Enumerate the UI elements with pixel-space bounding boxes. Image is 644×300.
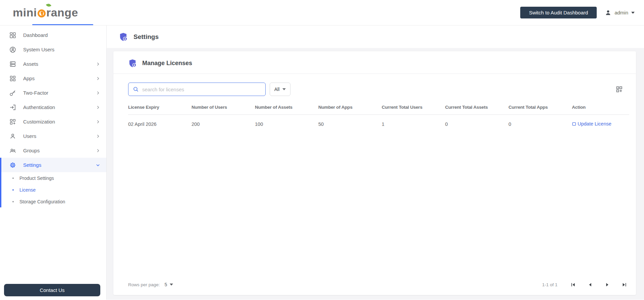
col-current-total-assets: Current Total Assets	[445, 105, 507, 110]
logo-underline	[32, 24, 93, 25]
rows-per-page-label: Rows per page:	[128, 282, 160, 287]
chevron-right-icon	[96, 148, 100, 153]
col-current-total-apps: Current Total Apps	[508, 105, 571, 110]
filter-selected-value: All	[274, 87, 280, 92]
settings-shield-icon	[119, 32, 128, 41]
manage-licenses-shield-icon	[128, 59, 137, 67]
table-header-row: License Expiry Number of Users Number of…	[128, 105, 629, 115]
filter-caret-icon	[282, 88, 286, 90]
logo-text-mini: mini	[13, 6, 37, 19]
filter-dropdown[interactable]: All	[270, 83, 290, 96]
bullet-icon	[12, 189, 14, 191]
sidebar-subitem-license[interactable]: License	[1, 184, 106, 196]
cell-number-of-apps: 50	[318, 121, 380, 127]
sidebar-item-apps[interactable]: Apps	[0, 71, 106, 86]
chevron-right-icon	[96, 76, 100, 81]
main-area: Settings Manage Licenses	[107, 26, 644, 300]
search-input[interactable]	[142, 87, 261, 92]
sidebar: Dashboard System Users Assets Apps	[0, 26, 107, 300]
table-toolbar: All	[128, 83, 629, 96]
sidebar-subitem-storage-configuration[interactable]: Storage Configuration	[1, 196, 106, 207]
user-menu[interactable]: admin	[605, 9, 635, 16]
page-title: Settings	[133, 33, 159, 41]
page-title-band: Settings	[107, 26, 644, 48]
content-area: Manage Licenses All	[107, 48, 644, 300]
table-row: 02 April 2026 200 100 50 1 0 0 Update Li…	[128, 115, 629, 134]
cell-current-total-apps: 0	[508, 121, 571, 127]
chevron-down-icon	[96, 163, 100, 167]
update-license-icon	[572, 122, 576, 126]
customization-icon	[9, 118, 16, 126]
cell-number-of-assets: 100	[255, 121, 317, 127]
chevron-right-icon	[96, 134, 100, 139]
top-bar: mini range Switch to Audit Dashboard adm…	[0, 0, 644, 26]
sidebar-item-users[interactable]: Users	[0, 129, 106, 143]
previous-page-icon	[587, 282, 593, 288]
col-action: Action	[572, 105, 629, 110]
pagination-bar: Rows per page: 5 1-1 of 1	[128, 277, 629, 292]
logo-text-range: range	[46, 6, 78, 19]
manage-licenses-card: Manage Licenses All	[113, 51, 636, 295]
contact-us-button[interactable]: Contact Us	[4, 284, 100, 296]
rows-per-page-caret-icon[interactable]	[170, 284, 173, 286]
sidebar-item-dashboard[interactable]: Dashboard	[0, 28, 106, 42]
groups-icon	[9, 147, 16, 154]
sidebar-item-system-users[interactable]: System Users	[0, 42, 106, 57]
user-avatar-icon	[605, 9, 611, 16]
sidebar-item-customization[interactable]: Customization	[0, 114, 106, 129]
last-page-icon	[622, 282, 627, 288]
sidebar-item-groups[interactable]: Groups	[0, 143, 106, 158]
card-title: Manage Licenses	[142, 60, 192, 67]
cell-current-total-assets: 0	[445, 121, 507, 127]
authentication-login-icon	[9, 104, 16, 111]
bullet-icon	[12, 178, 14, 179]
settings-gear-icon	[9, 161, 16, 169]
username-label: admin	[614, 10, 628, 15]
col-number-of-users: Number of Users	[192, 105, 254, 110]
chevron-right-icon	[96, 105, 100, 110]
cell-current-total-users: 1	[382, 121, 444, 127]
chevron-right-icon	[96, 91, 100, 95]
col-number-of-apps: Number of Apps	[318, 105, 380, 110]
user-menu-caret-icon	[631, 12, 635, 14]
search-icon	[133, 86, 139, 92]
orange-keyhole-icon	[38, 9, 46, 17]
bullet-icon	[12, 201, 14, 202]
manage-columns-button[interactable]	[614, 84, 625, 95]
two-factor-key-icon	[9, 89, 16, 97]
sidebar-subitem-product-settings[interactable]: Product Settings	[1, 172, 106, 184]
users-person-icon	[9, 133, 16, 140]
sidebar-item-settings[interactable]: Settings	[1, 158, 106, 172]
license-search-box	[128, 83, 266, 96]
cell-license-expiry: 02 April 2026	[128, 121, 190, 127]
licenses-table: License Expiry Number of Users Number of…	[128, 105, 629, 134]
card-header: Manage Licenses	[113, 51, 636, 74]
col-current-total-users: Current Total Users	[382, 105, 444, 110]
apps-icon	[9, 75, 16, 82]
assets-icon	[9, 60, 16, 68]
cell-number-of-users: 200	[192, 121, 254, 127]
grid-add-icon	[615, 85, 623, 93]
previous-page-button[interactable]	[587, 281, 594, 288]
switch-audit-dashboard-button[interactable]: Switch to Audit Dashboard	[520, 7, 597, 18]
sidebar-item-authentication[interactable]: Authentication	[0, 100, 106, 114]
system-users-icon	[9, 46, 16, 53]
miniorange-logo: mini range	[13, 6, 78, 19]
last-page-button[interactable]	[621, 281, 628, 288]
sidebar-item-two-factor[interactable]: Two-Factor	[0, 86, 106, 100]
first-page-button[interactable]	[570, 281, 577, 288]
update-license-link[interactable]: Update License	[572, 121, 611, 127]
sidebar-item-assets[interactable]: Assets	[0, 57, 106, 71]
next-page-button[interactable]	[604, 281, 611, 288]
col-license-expiry: License Expiry	[128, 105, 190, 110]
sidebar-settings-group: Settings Product Settings License Storag…	[0, 158, 106, 207]
rows-per-page-value[interactable]: 5	[165, 282, 167, 287]
pagination-range-label: 1-1 of 1	[542, 282, 557, 287]
col-number-of-assets: Number of Assets	[255, 105, 317, 110]
first-page-icon	[570, 282, 576, 288]
chevron-right-icon	[96, 62, 100, 66]
chevron-right-icon	[96, 119, 100, 124]
next-page-icon	[604, 282, 610, 288]
dashboard-icon	[9, 32, 16, 39]
